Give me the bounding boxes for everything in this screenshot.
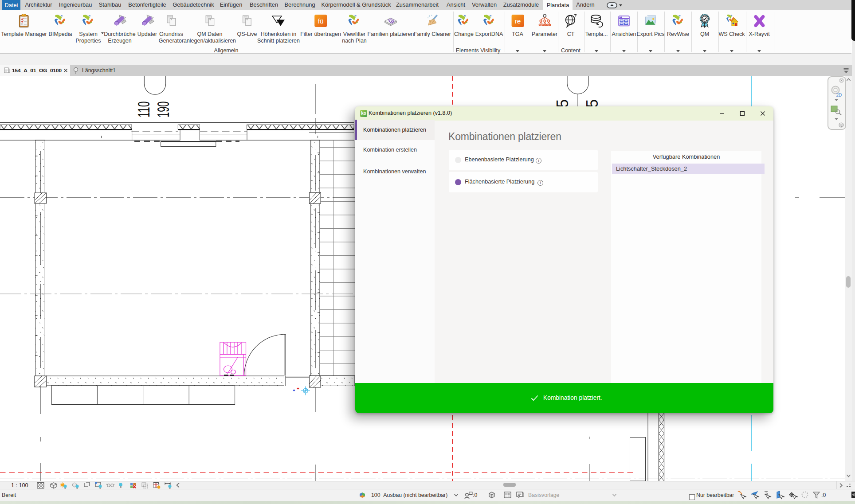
svg-text:2D: 2D [836, 93, 842, 98]
svg-text:fü: fü [318, 17, 324, 25]
svg-text:110: 110 [135, 102, 153, 118]
svg-text:re: re [515, 17, 521, 25]
svg-text:190: 190 [154, 102, 173, 118]
